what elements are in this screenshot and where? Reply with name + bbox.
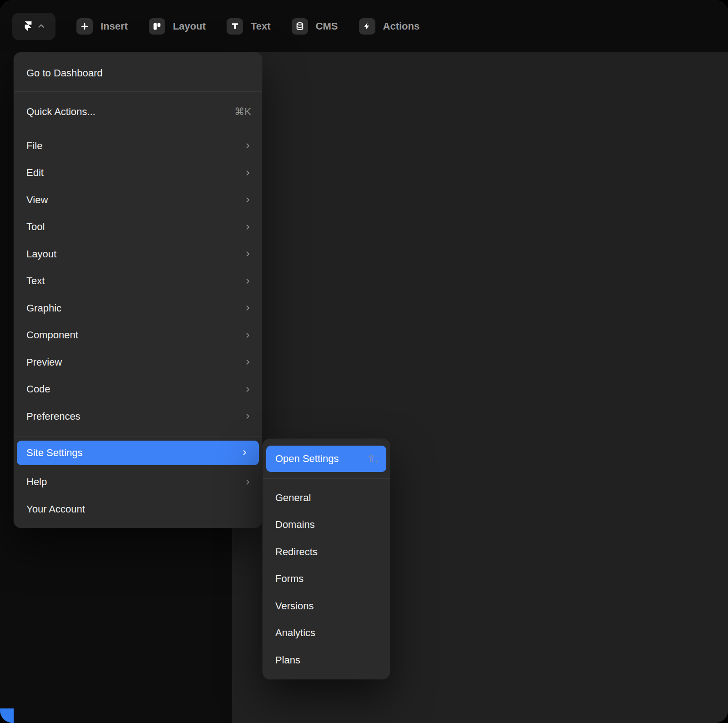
menu-item-label: Code	[26, 383, 51, 395]
toolbar-button-label: Text	[251, 20, 271, 32]
chevron-right-icon	[244, 386, 251, 393]
submenu-list: General Domains Redirects Forms Versions…	[263, 479, 390, 674]
menu-item-component[interactable]: Component	[14, 322, 262, 349]
menu-item-tool[interactable]: Tool	[14, 214, 262, 241]
chevron-right-icon	[244, 224, 251, 231]
toolbar-button-label: Insert	[101, 20, 128, 32]
toolbar-button-cms[interactable]: CMS	[292, 18, 338, 35]
chevron-up-icon	[37, 22, 45, 30]
submenu-item-label: Domains	[275, 519, 315, 531]
main-menu: Go to Dashboard Quick Actions... ⌘K File…	[14, 52, 262, 528]
plus-icon	[76, 18, 93, 35]
menu-item-quick-actions[interactable]: Quick Actions... ⌘K	[14, 92, 262, 132]
chevron-right-icon	[244, 479, 251, 486]
chevron-right-icon	[241, 449, 248, 456]
submenu-item-label: Plans	[275, 654, 300, 666]
menu-item-view[interactable]: View	[14, 186, 262, 214]
menu-item-site-settings[interactable]: Site Settings	[17, 441, 259, 465]
menu-item-label: Text	[26, 275, 45, 287]
database-icon	[292, 18, 308, 35]
submenu-item-label: Redirects	[275, 546, 318, 558]
menu-item-label: Graphic	[26, 302, 61, 314]
shortcut-label: ⌘K	[234, 106, 251, 118]
submenu-item-label: Open Settings	[275, 453, 339, 465]
menu-item-help[interactable]: Help	[14, 469, 262, 496]
menu-item-label: Preview	[26, 356, 62, 368]
toolbar-button-label: Actions	[383, 20, 420, 32]
menu-item-code[interactable]: Code	[14, 376, 262, 403]
menu-item-label: Tool	[26, 221, 45, 233]
chevron-right-icon	[244, 142, 251, 149]
submenu-item-label: Versions	[275, 600, 313, 612]
menu-item-edit[interactable]: Edit	[14, 160, 262, 187]
chevron-right-icon	[244, 413, 251, 420]
menu-item-label: View	[26, 194, 48, 206]
selected-layer-peek	[0, 708, 14, 723]
text-icon	[227, 18, 243, 35]
menu-item-label: Your Account	[26, 503, 85, 515]
submenu-item-open-settings[interactable]: Open Settings ⇧,	[266, 446, 386, 472]
menu-item-preferences[interactable]: Preferences	[14, 403, 262, 430]
menu-item-go-to-dashboard[interactable]: Go to Dashboard	[14, 55, 262, 91]
menu-item-label: Component	[26, 329, 78, 341]
toolbar-button-layout[interactable]: Layout	[149, 18, 206, 35]
chevron-right-icon	[244, 278, 251, 285]
menu-item-file[interactable]: File	[14, 132, 262, 160]
menu-item-label: Preferences	[26, 411, 81, 422]
framer-logo-icon	[23, 21, 33, 32]
toolbar-button-insert[interactable]: Insert	[76, 18, 128, 35]
menu-separator	[14, 437, 262, 437]
menu-item-label: Edit	[26, 167, 44, 179]
menu-item-label: Site Settings	[26, 447, 83, 459]
submenu-item-label: Forms	[275, 573, 303, 585]
menu-item-graphic[interactable]: Graphic	[14, 295, 262, 322]
menu-item-your-account[interactable]: Your Account	[14, 496, 262, 523]
toolbar: Insert Layout Text CMS Actions	[0, 0, 728, 52]
toolbar-button-text[interactable]: Text	[227, 18, 271, 35]
lightning-icon	[359, 18, 375, 35]
menu-item-label: File	[26, 140, 42, 152]
menu-item-preview[interactable]: Preview	[14, 349, 262, 376]
menu-item-text[interactable]: Text	[14, 268, 262, 295]
submenu-item-domains[interactable]: Domains	[263, 512, 390, 539]
toolbar-button-actions[interactable]: Actions	[359, 18, 420, 35]
menu-item-label: Go to Dashboard	[26, 67, 103, 79]
menu-item-label: Help	[26, 476, 47, 488]
submenu-item-analytics[interactable]: Analytics	[263, 620, 390, 647]
chevron-right-icon	[244, 196, 251, 203]
shortcut-label: ⇧,	[367, 453, 378, 465]
menu-item-layout[interactable]: Layout	[14, 241, 262, 268]
submenu-item-forms[interactable]: Forms	[263, 566, 390, 593]
chevron-right-icon	[244, 170, 251, 176]
app-window: Insert Layout Text CMS Actions	[0, 0, 728, 723]
chevron-right-icon	[244, 359, 251, 366]
menu-item-label: Quick Actions...	[26, 106, 96, 118]
toolbar-button-label: CMS	[316, 20, 338, 32]
submenu-item-general[interactable]: General	[263, 484, 390, 512]
submenu-item-redirects[interactable]: Redirects	[263, 538, 390, 566]
site-settings-submenu: Open Settings ⇧, General Domains Redirec…	[263, 439, 390, 679]
menu-item-label: Layout	[26, 248, 56, 260]
framer-menu-button[interactable]	[12, 13, 56, 40]
chevron-right-icon	[244, 332, 251, 339]
layout-icon	[149, 18, 165, 35]
submenu-item-label: General	[275, 492, 311, 504]
toolbar-button-label: Layout	[173, 20, 206, 32]
chevron-right-icon	[244, 251, 251, 257]
submenu-item-versions[interactable]: Versions	[263, 592, 390, 620]
submenu-item-plans[interactable]: Plans	[263, 647, 390, 674]
chevron-right-icon	[244, 305, 251, 311]
submenu-item-label: Analytics	[275, 627, 315, 639]
